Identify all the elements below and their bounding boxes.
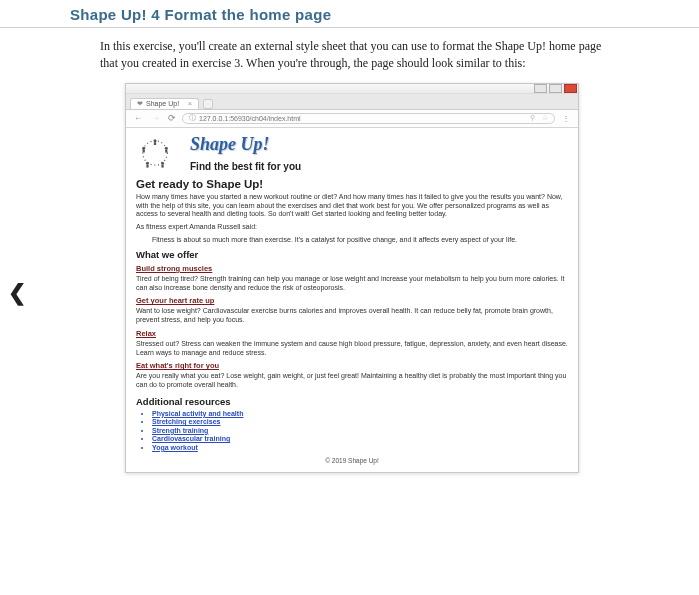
window-maximize-icon[interactable]: [549, 84, 562, 93]
window-minimize-icon[interactable]: [534, 84, 547, 93]
svg-point-1: [153, 139, 156, 142]
blockquote: Fitness is about so much more than exerc…: [152, 236, 568, 243]
page-footer: © 2019 Shape Up!: [136, 457, 568, 464]
resource-link[interactable]: Stretching exercises: [152, 418, 568, 425]
offer-body-eat: Are you really what you eat? Lose weight…: [136, 372, 568, 390]
page-body: Shape Up! Find the best fit for you Get …: [126, 128, 578, 472]
resource-link[interactable]: Physical activity and health: [152, 410, 568, 417]
heading-get-ready: Get ready to Shape Up!: [136, 178, 568, 190]
svg-rect-8: [146, 165, 148, 168]
svg-rect-6: [165, 149, 167, 152]
page-title: Shape Up! 4 Format the home page: [0, 0, 699, 28]
window-titlebar: [126, 84, 578, 94]
svg-point-9: [161, 162, 164, 165]
search-icon[interactable]: ⚲: [530, 114, 535, 122]
new-tab-button[interactable]: [203, 99, 213, 109]
back-icon[interactable]: ←: [132, 113, 145, 123]
logo-people-circle-icon: [136, 137, 174, 169]
hero-subtitle: Find the best fit for you: [190, 161, 301, 172]
heading-resources: Additional resources: [136, 396, 568, 407]
offer-body-heart: Want to lose weight? Cardiovascular exer…: [136, 307, 568, 325]
tab-title: Shape Up!: [146, 100, 179, 107]
hero-title: Shape Up!: [190, 134, 301, 155]
reload-icon[interactable]: ⟳: [166, 113, 178, 123]
offer-body-muscles: Tired of being tired? Strength training …: [136, 275, 568, 293]
forward-icon[interactable]: →: [149, 113, 162, 123]
bookmark-star-icon[interactable]: ☆: [542, 114, 548, 122]
tab-close-icon[interactable]: ×: [188, 100, 192, 107]
address-row: ← → ⟳ ⓘ 127.0.0.1:56930/ch04/index.html …: [126, 110, 578, 128]
svg-rect-2: [154, 142, 156, 145]
window-close-icon[interactable]: [564, 84, 577, 93]
svg-point-7: [146, 162, 149, 165]
prev-arrow-icon[interactable]: ❮: [8, 280, 26, 306]
favicon-icon: ❤: [137, 100, 143, 108]
resource-link[interactable]: Cardiovascular training: [152, 435, 568, 442]
url-text: 127.0.0.1:56930/ch04/index.html: [199, 115, 301, 122]
resource-link[interactable]: Strength training: [152, 427, 568, 434]
kebab-menu-icon[interactable]: ⋮: [559, 114, 572, 123]
browser-tab[interactable]: ❤ Shape Up! ×: [130, 98, 199, 109]
resource-link[interactable]: Yoga workout: [152, 444, 568, 451]
offer-body-relax: Stressed out? Stress can weaken the immu…: [136, 340, 568, 358]
svg-rect-10: [161, 165, 163, 168]
svg-rect-4: [143, 149, 145, 152]
site-info-icon[interactable]: ⓘ: [189, 113, 196, 123]
exercise-intro: In this exercise, you'll create an exter…: [0, 28, 699, 79]
resources-list: Physical activity and health Stretching …: [152, 410, 568, 451]
svg-point-5: [165, 147, 168, 150]
paragraph-expert: As fitness expert Amanda Russell said:: [136, 223, 568, 232]
paragraph-ready: How many times have you started a new wo…: [136, 193, 568, 219]
offer-link-heart[interactable]: Get your heart rate up: [136, 296, 568, 305]
offer-link-relax[interactable]: Relax: [136, 329, 568, 338]
offer-link-muscles[interactable]: Build strong muscles: [136, 264, 568, 273]
tab-strip: ❤ Shape Up! ×: [126, 94, 578, 110]
browser-window: ❤ Shape Up! × ← → ⟳ ⓘ 127.0.0.1:56930/ch…: [125, 83, 579, 473]
address-bar[interactable]: ⓘ 127.0.0.1:56930/ch04/index.html ⚲ ☆: [182, 113, 555, 124]
offer-link-eat[interactable]: Eat what's right for you: [136, 361, 568, 370]
svg-point-3: [142, 147, 145, 150]
heading-offer: What we offer: [136, 249, 568, 260]
hero: Shape Up! Find the best fit for you: [136, 134, 568, 172]
